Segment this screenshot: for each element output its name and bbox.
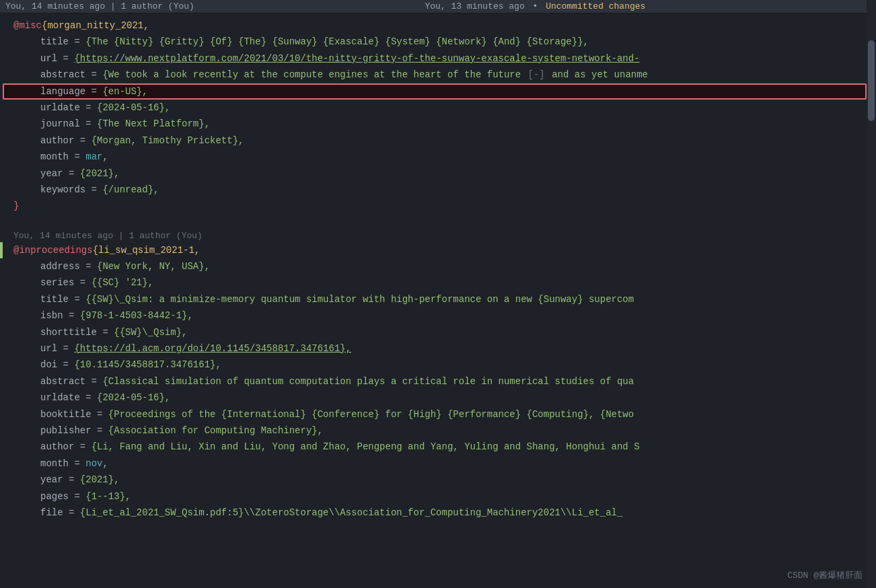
git-author-info: You, 14 minutes ago | 1 author (You) bbox=[5, 1, 194, 11]
entry2-booktitle-line: booktitle = {Proceedings of the {Interna… bbox=[0, 406, 876, 422]
entry2-isbn-line: isbn = {978-1-4503-8442-1}, bbox=[0, 307, 876, 324]
entry1-author-line: author = {Morgan, Timothy Prickett}, bbox=[0, 133, 876, 149]
entry1-close: } bbox=[0, 198, 876, 214]
entry1-abstract-line: abstract = {We took a look recently at t… bbox=[0, 67, 876, 83]
watermark: CSDN @酱爆猪肝面 bbox=[787, 569, 863, 581]
entry1-url-line: url = {https://www.nextplatform.com/2021… bbox=[0, 50, 876, 67]
entry2-doi-line: doi = {10.1145/3458817.3476161}, bbox=[0, 357, 876, 373]
at-inproceedings-keyword: @inproceedings bbox=[13, 243, 93, 258]
entry2-urldate-line: urldate = {2024-05-16}, bbox=[0, 390, 876, 406]
commit-status: You, 13 minutes ago • Uncommitted change… bbox=[200, 1, 871, 11]
section-divider bbox=[0, 215, 876, 227]
fold-icon[interactable]: [-] bbox=[528, 67, 545, 82]
entry2-keyword-line: @inproceedings{li_sw_qsim_2021-1, bbox=[0, 242, 876, 258]
entry2-year-line: year = {2021}, bbox=[0, 472, 876, 488]
vertical-scrollbar[interactable] bbox=[867, 0, 876, 588]
git-meta-entry2: You, 14 minutes ago | 1 author (You) bbox=[0, 227, 876, 242]
entry2-author-line: author = {Li, Fang and Liu, Xin and Liu,… bbox=[0, 439, 876, 455]
editor-container: You, 14 minutes ago | 1 author (You) You… bbox=[0, 0, 876, 588]
scrollbar-thumb[interactable] bbox=[868, 40, 875, 121]
entry2-pages-line: pages = {1--13}, bbox=[0, 488, 876, 505]
entry1-journal-line: journal = {The Next Platform}, bbox=[0, 116, 876, 132]
entry1-month-line: month = mar, bbox=[0, 149, 876, 165]
git-info-bar: You, 14 minutes ago | 1 author (You) You… bbox=[0, 0, 876, 13]
entry2-address-line: address = {New York, NY, USA}, bbox=[0, 258, 876, 274]
entry2-series-line: series = {{SC} '21}, bbox=[0, 274, 876, 291]
code-area: @misc{morgan_nitty_2021, title = {The {N… bbox=[0, 13, 876, 525]
entry1-language-line: language = {en-US}, bbox=[0, 83, 876, 100]
entry2-publisher-line: publisher = {Association for Computing M… bbox=[0, 422, 876, 439]
entry1-title-line: title = {The {Nitty} {Gritty} {Of} {The}… bbox=[0, 34, 876, 50]
entry2-file-line: file = {Li_et_al_2021_SW_Qsim.pdf:5}\\Zo… bbox=[0, 505, 876, 521]
entry2-url-line: url = {https://dl.acm.org/doi/10.1145/34… bbox=[0, 340, 876, 357]
entry2-id: {li_sw_qsim_2021-1, bbox=[93, 243, 200, 258]
entry2-shorttitle-line: shorttitle = {{SW}\_Qsim}, bbox=[0, 324, 876, 340]
entry2-title-line: title = {{SW}\_Qsim: a minimize-memory q… bbox=[0, 291, 876, 307]
entry1-urldate-line: urldate = {2024-05-16}, bbox=[0, 100, 876, 116]
entry2-abstract-line: abstract = {Classical simulation of quan… bbox=[0, 373, 876, 390]
entry1-year-line: year = {2021}, bbox=[0, 166, 876, 182]
entry1-id: {morgan_nitty_2021, bbox=[42, 18, 149, 33]
green-change-indicator bbox=[0, 242, 3, 258]
entry1-keyword-line: @misc{morgan_nitty_2021, bbox=[0, 17, 876, 34]
entry1-keywords-line: keywords = {/unread}, bbox=[0, 182, 876, 198]
entry2-month-line: month = nov, bbox=[0, 455, 876, 472]
at-misc-keyword: @misc bbox=[13, 18, 42, 33]
